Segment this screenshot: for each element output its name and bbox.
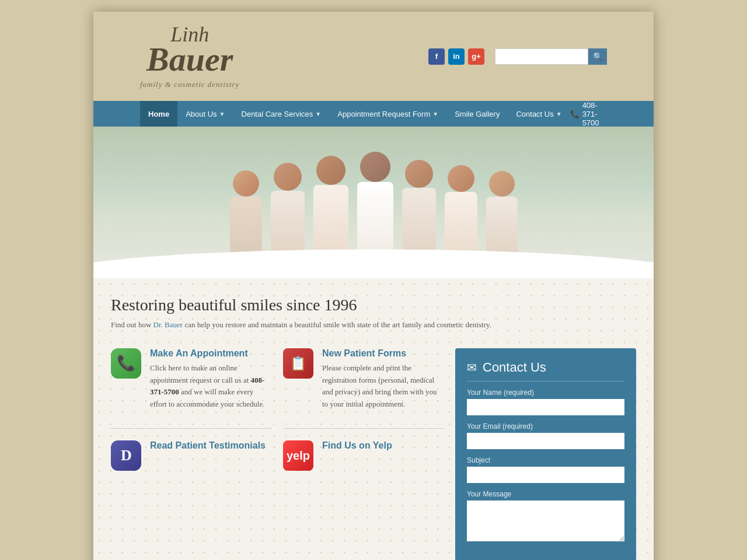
contact-panel: ✉ Contact Us Your Name (required) Your E…: [455, 348, 636, 560]
navbar: Home About Us ▼ Dental Care Services ▼ A…: [93, 101, 654, 127]
form-group-email: Your Email (required): [467, 422, 624, 449]
contact-panel-header: ✉ Contact Us: [467, 360, 624, 382]
search-button[interactable]: 🔍: [588, 48, 607, 65]
yelp-icon: yelp: [283, 440, 313, 471]
chevron-down-icon: ▼: [219, 111, 225, 117]
forms-icon: 📋: [283, 348, 313, 379]
email-label: Your Email (required): [467, 422, 624, 430]
nav-home[interactable]: Home: [140, 101, 177, 127]
page-wrapper: Linh Bauer family & cosmetic dentistry f…: [93, 12, 654, 560]
new-patient-desc: Please complete and print the registrati…: [322, 362, 444, 411]
nav-smile-gallery[interactable]: Smile Gallery: [446, 101, 508, 127]
form-group-name: Your Name (required): [467, 388, 624, 415]
middle-column: 📋 New Patient Forms Please complete and …: [283, 348, 444, 560]
name-input[interactable]: [467, 399, 624, 415]
message-textarea[interactable]: [467, 501, 624, 541]
divider: [111, 428, 271, 429]
linkedin-icon[interactable]: in: [448, 48, 465, 65]
subject-label: Subject: [467, 456, 624, 464]
tagline-title: Restoring beautiful smiles since 1996: [111, 296, 636, 314]
feature-testimonials: D Read Patient Testimonials: [111, 440, 271, 471]
dr-bauer-link[interactable]: Dr. Bauer: [153, 320, 183, 329]
main-content: Restoring beautiful smiles since 1996 Fi…: [93, 278, 654, 560]
header-right: f in g+ 🔍: [428, 48, 607, 65]
nav-appointment-request[interactable]: Appointment Request Form ▼: [329, 101, 446, 127]
divider-2: [283, 428, 444, 429]
contact-panel-title: Contact Us: [483, 360, 546, 375]
chevron-down-icon: ▼: [432, 111, 438, 117]
chevron-down-icon: ▼: [315, 111, 321, 117]
nav-phone: 📞 408-371-5700: [570, 101, 607, 127]
tagline-section: Restoring beautiful smiles since 1996 Fi…: [111, 296, 636, 331]
search-box: 🔍: [495, 48, 607, 65]
phone-icon: 📞: [570, 110, 580, 118]
search-input[interactable]: [495, 48, 588, 65]
google-plus-icon[interactable]: g+: [468, 48, 484, 65]
contact-panel-column: ✉ Contact Us Your Name (required) Your E…: [455, 348, 636, 560]
phone-icon: 📞: [111, 348, 141, 379]
subject-input[interactable]: [467, 467, 624, 483]
site-header: Linh Bauer family & cosmetic dentistry f…: [93, 12, 654, 101]
nav-contact-us[interactable]: Contact Us ▼: [508, 101, 570, 127]
yelp-title[interactable]: Find Us on Yelp: [322, 440, 392, 451]
form-group-message: Your Message: [467, 490, 624, 544]
logo-subtitle: family & cosmetic dentistry: [140, 80, 239, 89]
feature-appointment: 📞 Make An Appointment Click here to make…: [111, 348, 271, 411]
envelope-icon: ✉: [467, 360, 477, 374]
facebook-icon[interactable]: f: [428, 48, 445, 65]
name-label: Your Name (required): [467, 388, 624, 397]
testimonials-text: Read Patient Testimonials: [150, 440, 266, 454]
nav-about-us[interactable]: About Us ▼: [177, 101, 233, 127]
appointment-text: Make An Appointment Click here to make a…: [150, 348, 271, 411]
tagline-desc: Find out how Dr. Bauer can help you rest…: [111, 319, 636, 331]
content-grid: 📞 Make An Appointment Click here to make…: [111, 348, 636, 560]
hero-image: [93, 127, 654, 278]
logo[interactable]: Linh Bauer family & cosmetic dentistry: [140, 23, 239, 89]
message-label: Your Message: [467, 490, 624, 498]
testimonials-title[interactable]: Read Patient Testimonials: [150, 440, 266, 451]
email-input[interactable]: [467, 433, 624, 449]
new-patient-title: New Patient Forms: [322, 348, 444, 359]
nav-dental-care-services[interactable]: Dental Care Services ▼: [233, 101, 330, 127]
social-icons: f in g+: [428, 48, 484, 65]
hero-section: [93, 127, 654, 278]
yelp-text: Find Us on Yelp: [322, 440, 392, 454]
form-group-subject: Subject: [467, 456, 624, 483]
appointment-desc: Click here to make an online appointment…: [150, 362, 271, 411]
logo-line2: Bauer: [146, 41, 233, 78]
feature-yelp: yelp Find Us on Yelp: [283, 440, 444, 471]
new-patient-text: New Patient Forms Please complete and pr…: [322, 348, 444, 411]
left-column: 📞 Make An Appointment Click here to make…: [111, 348, 271, 560]
doctorow-icon: D: [111, 440, 141, 471]
feature-new-patient: 📋 New Patient Forms Please complete and …: [283, 348, 444, 411]
appointment-title: Make An Appointment: [150, 348, 271, 359]
chevron-down-icon: ▼: [556, 111, 562, 117]
outer-wrapper: Linh Bauer family & cosmetic dentistry f…: [0, 0, 747, 560]
